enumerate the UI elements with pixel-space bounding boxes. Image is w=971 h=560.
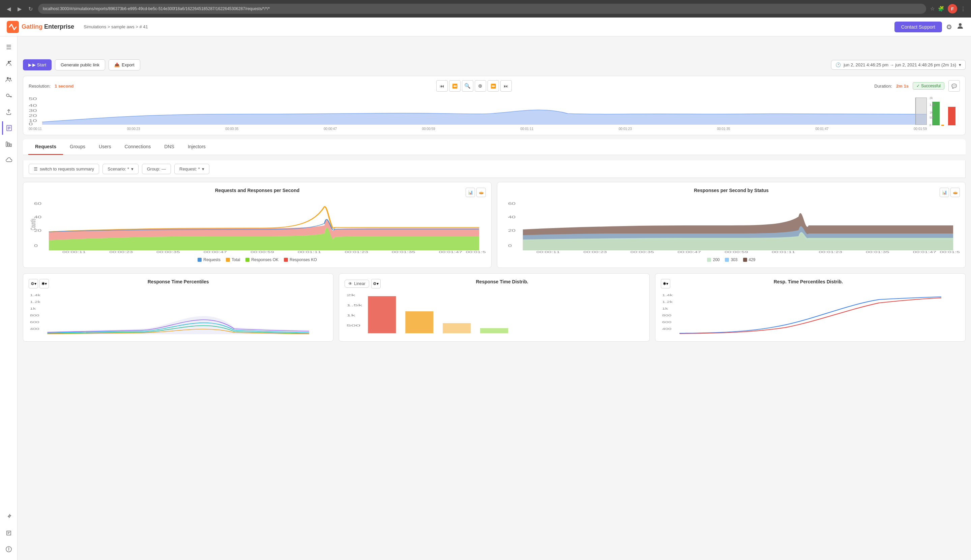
profile-circle[interactable]: F (948, 4, 957, 13)
svg-text:1.2k: 1.2k (662, 300, 673, 303)
legend-responses-ko: Responses KO (284, 257, 317, 262)
sidebar-reports[interactable] (2, 121, 15, 135)
refresh-button[interactable]: ↻ (27, 4, 34, 13)
chart5-tools: ✱▾ (661, 279, 670, 288)
sidebar-upload[interactable] (2, 105, 15, 118)
scenario-selector[interactable]: Scenario: * ▾ (102, 164, 139, 174)
back-button[interactable]: ◀ (5, 4, 12, 13)
chart4-settings[interactable]: ⚙▾ (371, 279, 381, 288)
generate-link-button[interactable]: Generate public link (55, 59, 105, 70)
sidebar-keys[interactable] (2, 89, 15, 102)
svg-point-5 (9, 78, 11, 80)
bar-chart-svg: 2k 1.5k 1k 500 0 (929, 95, 960, 129)
chart2-bar-icon[interactable]: 📊 (940, 188, 949, 197)
start-button[interactable]: ▶ ▶ Start (23, 59, 52, 70)
tab-dns[interactable]: DNS (157, 139, 181, 155)
menu-button[interactable]: ⋮ (961, 6, 966, 12)
time-range-selector[interactable]: 🕐 jun 2, 2021 4:46:25 pm → jun 2, 2021 4… (831, 60, 966, 70)
t3: 00:00:47 (324, 127, 337, 131)
chart5-star[interactable]: ✱▾ (661, 279, 670, 288)
last-button[interactable]: ⏭ (500, 80, 512, 92)
chart2-pie-icon[interactable]: 🥧 (951, 188, 960, 197)
linear-badge[interactable]: 👁 Linear (344, 280, 369, 288)
request-selector[interactable]: Request: * ▾ (174, 164, 209, 174)
svg-text:00:01:59: 00:01:59 (466, 250, 486, 254)
t2: 00:00:35 (225, 127, 238, 131)
chart5-svg: 1.4k 1.2k 1k 800 600 400 (661, 291, 960, 335)
first-button[interactable]: ⏮ (436, 80, 448, 92)
zoom-in-button[interactable]: ⊕ (475, 80, 486, 92)
sidebar-docs[interactable] (2, 526, 15, 540)
star-button[interactable]: ☆ (930, 6, 934, 12)
forward-button[interactable]: ▶ (16, 4, 23, 13)
extensions-button[interactable]: 🧩 (938, 6, 944, 12)
sidebar-pipelines[interactable] (2, 137, 15, 151)
tab-users[interactable]: Users (92, 139, 118, 155)
t6: 00:01:23 (619, 127, 632, 131)
chart-responses-status: Responses per Second by Status 📊 🥧 60 40… (497, 182, 966, 268)
svg-text:00:01:11: 00:01:11 (298, 250, 321, 254)
tab-connections[interactable]: Connections (118, 139, 158, 155)
svg-text:400: 400 (30, 327, 39, 330)
responses-ok-color (246, 258, 249, 262)
chart-control-bar: Resolution: 1 second ⏮ ⏪ 🔍 ⊕ ⏩ ⏭ Duratio… (28, 80, 960, 92)
right-bar-chart: 2k 1.5k 1k 500 0 (929, 95, 960, 131)
chart3-star[interactable]: ✱▾ (39, 279, 49, 288)
address-bar[interactable]: localhost:3000/#/simulations/reports/896… (38, 4, 926, 14)
svg-text:1.5k: 1.5k (929, 103, 936, 107)
tab-requests[interactable]: Requests (28, 139, 63, 155)
sidebar-cloud[interactable] (2, 153, 15, 167)
svg-text:0: 0 (34, 244, 38, 248)
contact-support-button[interactable]: Contact Support (894, 22, 942, 32)
chart-response-time-percentiles: ⚙▾ ✱▾ Response Time Percentiles 1.4k 1.2… (23, 273, 333, 342)
dropdown-icon: ▾ (959, 62, 961, 67)
legend-total: Total (226, 257, 240, 262)
svg-text:400: 400 (662, 327, 671, 330)
chart-response-time-distrib: 👁 Linear ⚙▾ Response Time Distrib. 2k 1.… (339, 273, 649, 342)
distrib-bar-3 (443, 323, 471, 333)
svg-text:1.5k: 1.5k (347, 303, 363, 307)
tab-groups[interactable]: Groups (63, 139, 92, 155)
chart1-bar-icon[interactable]: 📊 (466, 188, 475, 197)
sidebar-users[interactable] (2, 73, 15, 86)
zoom-out-button[interactable]: 🔍 (462, 80, 473, 92)
distrib-bar-4 (480, 328, 508, 333)
sidebar-menu[interactable]: ☰ (2, 40, 15, 54)
chart3-settings[interactable]: ⚙▾ (28, 279, 38, 288)
t7: 00:01:35 (717, 127, 730, 131)
sidebar-admin[interactable] (2, 57, 15, 70)
sidebar-info[interactable] (2, 542, 15, 556)
tab-injectors[interactable]: Injectors (181, 139, 212, 155)
charts-row-1: Requests and Responses per Second 📊 🥧 60… (23, 182, 966, 268)
chart3-tools: ⚙▾ ✱▾ (28, 279, 49, 288)
chart1-svg: 60 40 20 0 Count/s 00:00:11 00:00:23 00:… (28, 200, 486, 254)
comment-button[interactable]: 💬 (948, 80, 960, 92)
svg-text:00:01:11: 00:01:11 (772, 250, 796, 254)
svg-point-1 (959, 23, 961, 26)
sidebar-plugins[interactable] (2, 510, 15, 523)
settings-button[interactable]: ⚙ (946, 23, 952, 31)
chart-nav-buttons: ⏮ ⏪ 🔍 ⊕ ⏩ ⏭ (436, 80, 512, 92)
svg-rect-14 (6, 142, 7, 147)
t1: 00:00:23 (127, 127, 140, 131)
svg-text:60: 60 (508, 202, 515, 205)
chart4-title: Response Time Distrib. (476, 279, 528, 284)
svg-text:1k: 1k (347, 314, 356, 317)
scenario-dropdown-icon: ▾ (131, 167, 134, 172)
selection-handle[interactable] (916, 98, 927, 125)
chart4-header: 👁 Linear ⚙▾ Response Time Distrib. (344, 279, 643, 288)
chart2-legend: 200 303 429 (503, 257, 960, 262)
next-button[interactable]: ⏩ (488, 80, 499, 92)
user-button[interactable] (956, 22, 964, 32)
start-icon: ▶ (28, 62, 32, 67)
chart1-pie-icon[interactable]: 🥧 (476, 188, 486, 197)
prev-button[interactable]: ⏪ (449, 80, 461, 92)
svg-text:2k: 2k (929, 97, 933, 100)
svg-rect-15 (8, 143, 10, 147)
breadcrumb: Simulations > sample aws > # 41 (84, 24, 148, 29)
yellow-bar (941, 125, 944, 126)
export-button[interactable]: 📤 Export (109, 59, 140, 70)
responses-ko-color (284, 258, 288, 262)
switch-to-summary-button[interactable]: ☰ switch to requests summary (28, 164, 99, 174)
group-selector[interactable]: Group: — (142, 164, 171, 174)
